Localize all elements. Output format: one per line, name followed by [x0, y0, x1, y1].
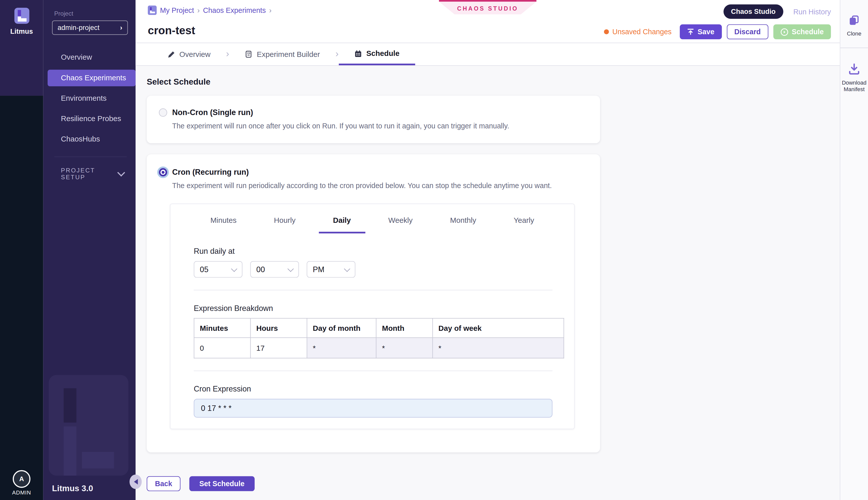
project-setup-toggle[interactable]: PROJECT SETUP	[43, 167, 136, 180]
divider	[840, 47, 868, 48]
sidebar-item-chaos-experiments[interactable]: Chaos Experiments	[48, 70, 136, 86]
clone-icon[interactable]	[848, 14, 860, 26]
tab-overview[interactable]: Overview	[152, 43, 226, 65]
avatar[interactable]: A	[13, 470, 31, 488]
sidebar: Project admin-project › Overview Chaos E…	[43, 0, 136, 500]
view-toggle: Chaos Studio Run History	[723, 4, 831, 19]
admin-label: ADMIN	[12, 489, 31, 496]
col-day-of-month: Day of month	[307, 318, 376, 338]
litmus-app: Litmus A ADMIN Project admin-project › O…	[0, 0, 868, 500]
table-header-row: Minutes Hours Day of month Month Day of …	[194, 318, 564, 338]
chevron-separator: ›	[269, 6, 272, 14]
minute-value: 00	[257, 265, 265, 274]
run-history-tab[interactable]: Run History	[793, 8, 831, 16]
divider	[54, 157, 127, 157]
litmus-logo-icon[interactable]	[14, 8, 29, 24]
chevron-down-icon	[288, 265, 294, 272]
litmus-mini-icon	[148, 5, 157, 15]
cron-radio[interactable]	[159, 168, 167, 176]
non-cron-radio[interactable]	[159, 108, 167, 116]
sidebar-item-chaoshubs[interactable]: ChaosHubs	[43, 131, 136, 148]
chevron-right-icon: ›	[120, 24, 122, 31]
back-label: Back	[155, 480, 172, 488]
download-icon[interactable]	[848, 62, 861, 76]
project-setup-label: PROJECT SETUP	[61, 167, 118, 180]
cell-day-of-week: *	[433, 338, 564, 358]
cron-tab-monthly[interactable]: Monthly	[436, 216, 491, 234]
run-daily-label: Run daily at	[194, 247, 574, 255]
chevron-down-icon	[344, 265, 350, 272]
non-cron-card: Non-Cron (Single run) The experiment wil…	[147, 96, 600, 143]
logo-shape	[18, 10, 21, 16]
meridiem-value: PM	[313, 265, 325, 274]
logo-shape	[18, 16, 21, 22]
header-actions: Unsaved Changes Save Discard Sche	[604, 24, 831, 39]
cron-tab-daily[interactable]: Daily	[319, 216, 365, 234]
divider	[194, 371, 552, 371]
cell-hours: 17	[250, 338, 307, 358]
discard-button[interactable]: Discard	[726, 24, 768, 39]
banner-label: CHAOS STUDIO	[439, 2, 537, 15]
workflow-tabbar: Overview › Experiment Builder ›	[136, 43, 839, 66]
download-manifest-label: Download Manifest	[840, 79, 868, 93]
cron-tab-hourly[interactable]: Hourly	[259, 216, 310, 234]
brand-area: Litmus	[0, 0, 43, 96]
tab-experiment-builder[interactable]: Experiment Builder	[229, 43, 336, 65]
cron-title: Cron (Recurring run)	[172, 168, 249, 177]
builder-icon	[245, 50, 252, 58]
sidebar-collapse-button[interactable]	[129, 475, 142, 489]
chevron-right-icon: ›	[336, 43, 339, 65]
litmus-watermark	[49, 375, 128, 476]
tab-schedule[interactable]: Schedule	[339, 43, 415, 65]
tab-overview-label: Overview	[179, 50, 211, 58]
brand-name: Litmus	[10, 28, 33, 35]
right-rail: Clone Download Manifest	[840, 0, 868, 500]
non-cron-title: Non-Cron (Single run)	[172, 108, 253, 116]
sidebar-item-environments[interactable]: Environments	[43, 90, 136, 107]
page-title: cron-test	[148, 24, 195, 37]
save-label: Save	[698, 28, 714, 36]
project-label: Project	[54, 10, 136, 16]
breadcrumb-chaos-experiments[interactable]: Chaos Experiments	[203, 6, 266, 14]
logo-shape	[21, 18, 26, 21]
save-icon	[687, 28, 695, 35]
breadcrumb-my-project[interactable]: My Project	[160, 6, 194, 14]
footer-actions: Back Set Schedule	[147, 476, 255, 491]
tab-schedule-label: Schedule	[366, 49, 399, 58]
hour-select[interactable]: 05	[194, 261, 242, 278]
sidebar-nav: Overview Chaos Experiments Environments …	[43, 49, 136, 148]
project-selector[interactable]: admin-project ›	[52, 20, 128, 35]
table-row: 0 17 * * *	[194, 338, 564, 358]
cron-tab-weekly[interactable]: Weekly	[374, 216, 427, 234]
pencil-icon	[168, 50, 175, 58]
schedule-label: Schedule	[792, 28, 824, 36]
cron-tab-minutes[interactable]: Minutes	[196, 216, 251, 234]
cron-expression-input[interactable]	[194, 399, 552, 418]
meridiem-select[interactable]: PM	[307, 261, 356, 278]
col-day-of-week: Day of week	[433, 318, 564, 338]
cron-tabs: Minutes Hourly Daily Weekly Monthly Year…	[170, 204, 574, 234]
time-selects: 05 00 PM	[194, 261, 574, 278]
cell-minutes: 0	[194, 338, 250, 358]
schedule-content: Select Schedule Non-Cron (Single run) Th…	[136, 66, 839, 500]
save-button[interactable]: Save	[680, 24, 722, 39]
cron-expression-label: Cron Expression	[194, 384, 574, 393]
schedule-button[interactable]: Schedule	[774, 24, 831, 39]
minute-select[interactable]: 00	[250, 261, 299, 278]
back-button[interactable]: Back	[147, 476, 180, 491]
status-dot-icon	[604, 29, 609, 34]
sidebar-item-overview[interactable]: Overview	[43, 49, 136, 66]
hour-value: 05	[200, 265, 208, 274]
chaos-studio-tab[interactable]: Chaos Studio	[723, 4, 784, 19]
cron-panel: Minutes Hourly Daily Weekly Monthly Year…	[170, 203, 575, 429]
set-schedule-button[interactable]: Set Schedule	[189, 476, 255, 491]
cron-tab-yearly[interactable]: Yearly	[499, 216, 549, 234]
unsaved-changes-badge: Unsaved Changes	[604, 28, 672, 36]
top-bar: My Project › Chaos Experiments › CHAOS S…	[136, 0, 839, 43]
breadcrumb: My Project › Chaos Experiments ›	[148, 5, 272, 15]
col-hours: Hours	[250, 318, 307, 338]
sidebar-item-resilience-probes[interactable]: Resilience Probes	[43, 111, 136, 127]
divider	[194, 290, 552, 290]
chevron-right-icon: ›	[226, 43, 229, 65]
triangle-left-icon	[134, 479, 137, 485]
